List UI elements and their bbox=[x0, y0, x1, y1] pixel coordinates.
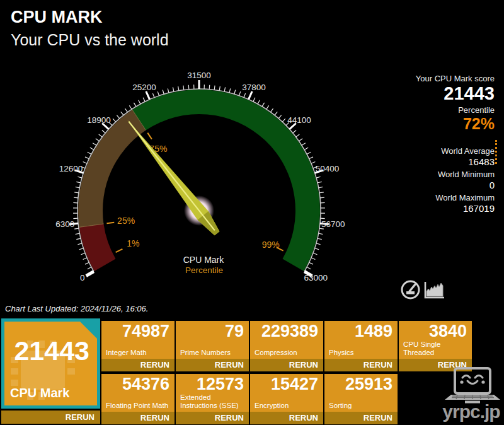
tile-sorting: 25913 Sorting RERUN bbox=[324, 374, 398, 424]
rerun-button-cpu-mark[interactable]: RERUN bbox=[1, 410, 100, 424]
svg-text:6300: 6300 bbox=[55, 219, 74, 229]
rerun-button-sorting[interactable]: RERUN bbox=[324, 412, 398, 424]
percentile-label: Percentile bbox=[416, 105, 495, 115]
rerun-button-integer-math[interactable]: RERUN bbox=[101, 359, 175, 371]
tile-extended-instructions: 12573 Extended Instructions (SSE) RERUN bbox=[176, 374, 249, 424]
rerun-button-extended-instructions[interactable]: RERUN bbox=[176, 412, 249, 424]
tile-integer-math: 74987 Integer Math RERUN bbox=[101, 321, 175, 371]
svg-text:50400: 50400 bbox=[316, 164, 340, 173]
tile-compression: 229389 Compression RERUN bbox=[250, 321, 323, 371]
tile-label: Extended Instructions (SSE) bbox=[176, 393, 249, 412]
tile-value: 25913 bbox=[324, 374, 398, 393]
cpu-mark-label: CPU Mark bbox=[10, 386, 69, 400]
tile-label: Encryption bbox=[250, 402, 323, 412]
svg-text:12600: 12600 bbox=[59, 164, 83, 173]
svg-text:56700: 56700 bbox=[321, 219, 345, 229]
score-panel: Your CPU Mark score 21443 Percentile 72%… bbox=[416, 74, 495, 214]
world-average-marker bbox=[495, 140, 497, 164]
tile-label: Sorting bbox=[324, 402, 398, 412]
history-chart-icon[interactable] bbox=[423, 281, 446, 300]
cpu-mark-card: 21443 CPU Mark RERUN bbox=[1, 318, 100, 424]
rerun-button-physics[interactable]: RERUN bbox=[324, 359, 398, 371]
laptop-face-icon bbox=[442, 367, 503, 404]
svg-text:CPU Mark: CPU Mark bbox=[183, 255, 225, 265]
tile-value: 79 bbox=[176, 321, 249, 341]
world-average-value: 16483 bbox=[416, 156, 495, 167]
cpu-mark-score: 21443 bbox=[14, 335, 89, 366]
rerun-button-floating-point-math[interactable]: RERUN bbox=[101, 412, 175, 424]
tile-value: 1489 bbox=[324, 321, 398, 341]
tile-prime-numbers: 79 Prime Numbers RERUN bbox=[176, 321, 249, 371]
tile-label: Compression bbox=[250, 349, 323, 359]
tile-value: 229389 bbox=[250, 321, 323, 341]
rerun-button-prime-numbers[interactable]: RERUN bbox=[176, 359, 249, 371]
cpu-mark-screen: CPU MARK Your CPU vs the world 063001260… bbox=[0, 0, 504, 425]
tile-value: 74987 bbox=[101, 321, 175, 341]
tile-label: Prime Numbers bbox=[176, 349, 249, 359]
percentile-value: 72% bbox=[416, 115, 495, 133]
tile-value: 15427 bbox=[250, 374, 323, 393]
svg-text:63000: 63000 bbox=[304, 273, 328, 282]
tile-value: 54376 bbox=[101, 374, 175, 393]
tile-value: 12573 bbox=[176, 374, 249, 393]
world-minimum-label: World Minimum bbox=[416, 169, 495, 180]
yrpc-watermark: yrpc.jp bbox=[438, 401, 504, 422]
score-label: Your CPU Mark score bbox=[416, 74, 495, 83]
tile-encryption: 15427 Encryption RERUN bbox=[250, 374, 323, 424]
tile-label: Physics bbox=[324, 349, 398, 359]
world-maximum-label: World Maximum bbox=[416, 192, 495, 203]
rerun-button-encryption[interactable]: RERUN bbox=[250, 412, 323, 424]
tile-floating-point-math: 54376 Floating Point Math RERUN bbox=[101, 374, 175, 424]
svg-text:37800: 37800 bbox=[242, 83, 266, 92]
svg-text:25%: 25% bbox=[117, 216, 135, 226]
svg-text:Percentile: Percentile bbox=[185, 265, 223, 275]
world-maximum-value: 167019 bbox=[416, 203, 495, 214]
tile-physics: 1489 Physics RERUN bbox=[324, 321, 398, 371]
speedometer-icon[interactable] bbox=[399, 279, 421, 301]
svg-text:0: 0 bbox=[80, 273, 85, 282]
svg-text:18900: 18900 bbox=[87, 115, 111, 125]
svg-text:44100: 44100 bbox=[287, 115, 311, 125]
tile-label: Floating Point Math bbox=[101, 402, 175, 412]
tile-label: CPU Single Threaded bbox=[399, 341, 472, 359]
svg-text:99%: 99% bbox=[262, 240, 280, 250]
chart-last-updated: Chart Last Updated: 2024/11/26, 16:06. bbox=[5, 304, 148, 313]
svg-text:1%: 1% bbox=[127, 238, 139, 248]
tile-value: 3840 bbox=[399, 321, 472, 341]
tile-label: Integer Math bbox=[101, 349, 175, 359]
cpu-mark-card-frame: 21443 CPU Mark bbox=[1, 318, 100, 409]
score-value: 21443 bbox=[416, 83, 495, 103]
svg-text:25200: 25200 bbox=[132, 83, 156, 92]
rerun-button-compression[interactable]: RERUN bbox=[250, 359, 323, 371]
world-average-label: World Average bbox=[416, 146, 495, 156]
svg-text:31500: 31500 bbox=[187, 71, 211, 80]
world-minimum-value: 0 bbox=[416, 180, 495, 190]
tile-cpu-single-threaded: 3840 CPU Single Threaded RERUN bbox=[399, 321, 472, 371]
